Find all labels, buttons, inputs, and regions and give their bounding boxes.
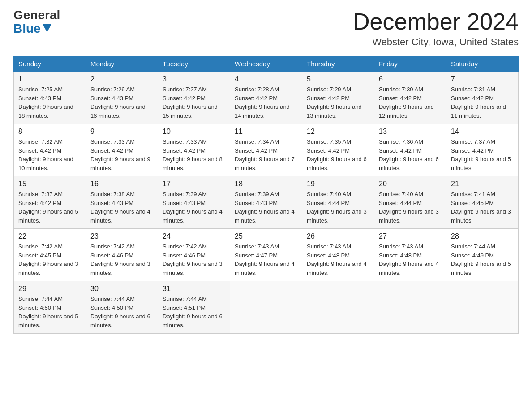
day-info: Sunrise: 7:34 AMSunset: 4:42 PMDaylight:… — [235, 138, 295, 171]
calendar-cell: 15 Sunrise: 7:37 AMSunset: 4:42 PMDaylig… — [14, 176, 86, 229]
day-number: 15 — [18, 180, 81, 188]
day-number: 6 — [379, 75, 442, 83]
calendar-cell: 26 Sunrise: 7:43 AMSunset: 4:48 PMDaylig… — [302, 229, 374, 281]
day-info: Sunrise: 7:40 AMSunset: 4:44 PMDaylight:… — [307, 191, 367, 224]
day-number: 9 — [90, 128, 153, 136]
calendar-week-row: 15 Sunrise: 7:37 AMSunset: 4:42 PMDaylig… — [14, 176, 519, 229]
calendar-cell: 19 Sunrise: 7:40 AMSunset: 4:44 PMDaylig… — [302, 176, 374, 229]
calendar-cell: 1 Sunrise: 7:25 AMSunset: 4:43 PMDayligh… — [14, 72, 86, 124]
page-header: General Blue December 2024 Webster City,… — [13, 9, 519, 48]
header-sunday: Sunday — [14, 56, 86, 72]
day-info: Sunrise: 7:42 AMSunset: 4:46 PMDaylight:… — [163, 243, 223, 276]
calendar-cell: 30 Sunrise: 7:44 AMSunset: 4:50 PMDaylig… — [86, 281, 158, 334]
day-info: Sunrise: 7:44 AMSunset: 4:49 PMDaylight:… — [451, 243, 511, 276]
day-number: 22 — [18, 232, 81, 240]
calendar-cell: 7 Sunrise: 7:31 AMSunset: 4:42 PMDayligh… — [446, 72, 519, 124]
day-number: 2 — [90, 75, 153, 83]
calendar-cell: 24 Sunrise: 7:42 AMSunset: 4:46 PMDaylig… — [158, 229, 230, 281]
calendar-week-row: 29 Sunrise: 7:44 AMSunset: 4:50 PMDaylig… — [14, 281, 519, 334]
header-wednesday: Wednesday — [230, 56, 302, 72]
calendar-cell: 18 Sunrise: 7:39 AMSunset: 4:43 PMDaylig… — [230, 176, 302, 229]
day-number: 13 — [379, 128, 442, 136]
day-info: Sunrise: 7:44 AMSunset: 4:51 PMDaylight:… — [163, 295, 223, 329]
calendar-cell: 3 Sunrise: 7:27 AMSunset: 4:42 PMDayligh… — [158, 72, 230, 124]
calendar-cell: 6 Sunrise: 7:30 AMSunset: 4:42 PMDayligh… — [374, 72, 446, 124]
month-title: December 2024 — [353, 9, 519, 34]
calendar-cell: 21 Sunrise: 7:41 AMSunset: 4:45 PMDaylig… — [446, 176, 519, 229]
day-info: Sunrise: 7:43 AMSunset: 4:48 PMDaylight:… — [379, 243, 439, 276]
calendar-cell: 27 Sunrise: 7:43 AMSunset: 4:48 PMDaylig… — [374, 229, 446, 281]
calendar-cell: 10 Sunrise: 7:33 AMSunset: 4:42 PMDaylig… — [158, 124, 230, 176]
day-number: 20 — [379, 180, 442, 188]
day-info: Sunrise: 7:43 AMSunset: 4:47 PMDaylight:… — [235, 243, 295, 276]
day-number: 18 — [235, 180, 297, 188]
calendar-cell: 4 Sunrise: 7:28 AMSunset: 4:42 PMDayligh… — [230, 72, 302, 124]
calendar-header-row: SundayMondayTuesdayWednesdayThursdayFrid… — [14, 56, 519, 72]
day-number: 19 — [307, 180, 369, 188]
calendar-cell: 23 Sunrise: 7:42 AMSunset: 4:46 PMDaylig… — [86, 229, 158, 281]
day-info: Sunrise: 7:31 AMSunset: 4:42 PMDaylight:… — [451, 86, 506, 119]
day-info: Sunrise: 7:37 AMSunset: 4:42 PMDaylight:… — [18, 191, 78, 224]
day-number: 28 — [451, 232, 514, 240]
day-info: Sunrise: 7:40 AMSunset: 4:44 PMDaylight:… — [379, 191, 439, 224]
day-info: Sunrise: 7:44 AMSunset: 4:50 PMDaylight:… — [18, 295, 78, 329]
calendar-cell: 25 Sunrise: 7:43 AMSunset: 4:47 PMDaylig… — [230, 229, 302, 281]
header-friday: Friday — [374, 56, 446, 72]
header-saturday: Saturday — [446, 56, 519, 72]
calendar-cell: 14 Sunrise: 7:37 AMSunset: 4:42 PMDaylig… — [446, 124, 519, 176]
day-number: 25 — [235, 232, 297, 240]
day-number: 4 — [235, 75, 297, 83]
day-number: 21 — [451, 180, 514, 188]
day-number: 10 — [163, 128, 225, 136]
day-info: Sunrise: 7:26 AMSunset: 4:43 PMDaylight:… — [90, 86, 146, 119]
day-number: 16 — [90, 180, 153, 188]
calendar-cell: 2 Sunrise: 7:26 AMSunset: 4:43 PMDayligh… — [86, 72, 158, 124]
day-info: Sunrise: 7:42 AMSunset: 4:45 PMDaylight:… — [18, 243, 78, 276]
day-number: 26 — [307, 232, 369, 240]
day-number: 31 — [163, 285, 225, 293]
logo-general-text: General — [13, 9, 60, 21]
day-info: Sunrise: 7:39 AMSunset: 4:43 PMDaylight:… — [235, 191, 295, 224]
header-tuesday: Tuesday — [158, 56, 230, 72]
calendar-cell: 28 Sunrise: 7:44 AMSunset: 4:49 PMDaylig… — [446, 229, 519, 281]
day-info: Sunrise: 7:35 AMSunset: 4:42 PMDaylight:… — [307, 138, 367, 171]
calendar-cell: 13 Sunrise: 7:36 AMSunset: 4:42 PMDaylig… — [374, 124, 446, 176]
location-title: Webster City, Iowa, United States — [353, 36, 519, 48]
calendar-table: SundayMondayTuesdayWednesdayThursdayFrid… — [13, 56, 519, 334]
calendar-cell: 9 Sunrise: 7:33 AMSunset: 4:42 PMDayligh… — [86, 124, 158, 176]
calendar-cell: 17 Sunrise: 7:39 AMSunset: 4:43 PMDaylig… — [158, 176, 230, 229]
title-area: December 2024 Webster City, Iowa, United… — [353, 9, 519, 48]
day-number: 5 — [307, 75, 369, 83]
day-number: 11 — [235, 128, 297, 136]
header-monday: Monday — [86, 56, 158, 72]
calendar-week-row: 8 Sunrise: 7:32 AMSunset: 4:42 PMDayligh… — [14, 124, 519, 176]
day-info: Sunrise: 7:43 AMSunset: 4:48 PMDaylight:… — [307, 243, 367, 276]
day-info: Sunrise: 7:41 AMSunset: 4:45 PMDaylight:… — [451, 191, 511, 224]
header-thursday: Thursday — [302, 56, 374, 72]
logo-blue-text: Blue — [13, 21, 51, 36]
day-number: 12 — [307, 128, 369, 136]
calendar-cell — [302, 281, 374, 334]
calendar-week-row: 1 Sunrise: 7:25 AMSunset: 4:43 PMDayligh… — [14, 72, 519, 124]
day-number: 24 — [163, 232, 225, 240]
calendar-cell: 20 Sunrise: 7:40 AMSunset: 4:44 PMDaylig… — [374, 176, 446, 229]
calendar-cell: 22 Sunrise: 7:42 AMSunset: 4:45 PMDaylig… — [14, 229, 86, 281]
calendar-cell: 31 Sunrise: 7:44 AMSunset: 4:51 PMDaylig… — [158, 281, 230, 334]
day-info: Sunrise: 7:30 AMSunset: 4:42 PMDaylight:… — [379, 86, 434, 119]
logo: General Blue — [13, 9, 60, 36]
day-info: Sunrise: 7:27 AMSunset: 4:42 PMDaylight:… — [163, 86, 218, 119]
calendar-cell — [374, 281, 446, 334]
calendar-cell: 11 Sunrise: 7:34 AMSunset: 4:42 PMDaylig… — [230, 124, 302, 176]
day-info: Sunrise: 7:38 AMSunset: 4:43 PMDaylight:… — [90, 191, 150, 224]
day-info: Sunrise: 7:36 AMSunset: 4:42 PMDaylight:… — [379, 138, 439, 171]
day-info: Sunrise: 7:37 AMSunset: 4:42 PMDaylight:… — [451, 138, 511, 171]
day-number: 8 — [18, 128, 81, 136]
day-number: 3 — [163, 75, 225, 83]
day-info: Sunrise: 7:25 AMSunset: 4:43 PMDaylight:… — [18, 86, 73, 119]
day-number: 17 — [163, 180, 225, 188]
day-number: 1 — [18, 75, 81, 83]
day-info: Sunrise: 7:29 AMSunset: 4:42 PMDaylight:… — [307, 86, 362, 119]
day-number: 30 — [90, 285, 153, 293]
day-info: Sunrise: 7:28 AMSunset: 4:42 PMDaylight:… — [235, 86, 290, 119]
calendar-cell: 29 Sunrise: 7:44 AMSunset: 4:50 PMDaylig… — [14, 281, 86, 334]
